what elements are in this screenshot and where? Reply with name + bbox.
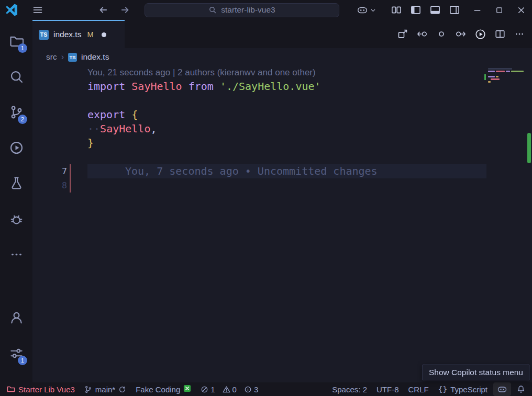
copilot-tooltip: Show Copilot status menu [423, 365, 529, 380]
bug-icon [9, 212, 24, 226]
problems-status[interactable]: 1 0 3 [196, 382, 263, 396]
copilot-icon [497, 385, 507, 393]
sidebar-item-debug[interactable] [4, 206, 29, 231]
back-arrow-icon[interactable] [97, 4, 109, 16]
sync-icon [118, 386, 126, 393]
git-modified-indicator: M [87, 30, 93, 39]
eol-status[interactable]: CRLF [403, 382, 433, 396]
warning-icon [223, 386, 230, 393]
code-line[interactable]: 8 [32, 178, 532, 193]
tab-index-ts[interactable]: TS index.ts M [32, 20, 125, 48]
run-and-debug-icon [9, 141, 24, 155]
close-icon[interactable] [510, 0, 532, 20]
search-icon [9, 70, 24, 84]
bell-icon [517, 385, 525, 393]
tab-bar: TS index.ts M [32, 20, 532, 48]
encoding-status[interactable]: UTF-8 [372, 382, 404, 396]
info-icon [244, 386, 252, 393]
toggle-panel-icon[interactable] [430, 5, 440, 15]
scrollbar-change-marker[interactable] [527, 133, 531, 163]
additional-views-icon[interactable] [4, 242, 29, 267]
error-count: 1 [210, 385, 215, 394]
titlebar: starter-lib-vue3 [0, 0, 532, 20]
warning-count: 0 [232, 385, 237, 394]
editor[interactable]: You, 21 seconds ago | 2 authors (kieranw… [32, 66, 532, 382]
sidebar-item-testing[interactable] [4, 171, 29, 196]
code-line[interactable]: export { [32, 108, 532, 122]
tab-label: index.ts [53, 30, 81, 39]
minimap[interactable] [488, 68, 526, 84]
minimize-icon[interactable] [466, 0, 488, 20]
code-line[interactable]: } [32, 136, 532, 150]
unsaved-dot-icon[interactable] [102, 32, 106, 37]
accounts-icon[interactable] [4, 305, 29, 330]
toggle-secondary-sidebar-icon[interactable] [449, 5, 460, 15]
menu-icon[interactable] [32, 5, 43, 15]
error-icon [201, 386, 208, 393]
split-editor-icon[interactable] [495, 29, 505, 39]
search-icon [208, 6, 217, 14]
copilot-status-button[interactable] [493, 382, 511, 396]
manage-badge: 1 [18, 356, 27, 365]
code-line[interactable]: 7You, 7 seconds ago • Uncommitted change… [32, 164, 532, 178]
scm-badge: 2 [18, 115, 27, 124]
braces-icon: {} [438, 385, 447, 393]
explorer-badge: 1 [18, 43, 27, 53]
task-name: Fake Coding [136, 385, 180, 394]
open-changes-icon[interactable] [397, 29, 408, 39]
code-line[interactable]: ··SayHello, [32, 122, 532, 136]
notifications-bell[interactable] [512, 382, 530, 396]
folder-icon [7, 385, 15, 393]
copilot-icon [357, 5, 368, 15]
breadcrumb: src › TS index.ts [32, 48, 532, 66]
code-line[interactable] [32, 94, 532, 108]
language-mode-status[interactable]: {} TypeScript [434, 382, 492, 396]
beaker-icon [9, 176, 24, 190]
branch-name: main* [95, 385, 115, 394]
minimap-added-marker [484, 74, 486, 80]
run-file-icon[interactable] [475, 29, 486, 40]
sidebar-item-explorer[interactable]: 1 [4, 28, 29, 53]
change-indicator-icon[interactable] [436, 29, 447, 39]
chevron-down-icon [370, 7, 376, 14]
previous-change-icon[interactable] [417, 29, 427, 39]
command-center-search[interactable]: starter-lib-vue3 [145, 3, 339, 17]
sidebar-item-search[interactable] [4, 64, 29, 89]
breadcrumb-file[interactable]: index.ts [81, 52, 109, 62]
workspace-name: Starter Lib Vue3 [18, 385, 75, 394]
vscode-logo-icon [5, 4, 18, 16]
indentation-status[interactable]: Spaces: 2 [327, 382, 372, 396]
fake-coding-icon [183, 384, 191, 394]
code-line[interactable]: import SayHello from './SayHello.vue' [32, 80, 532, 94]
manage-settings-icon[interactable]: 1 [4, 341, 29, 366]
activity-bar: 1 2 [0, 20, 32, 382]
toggle-primary-sidebar-icon[interactable] [411, 5, 421, 15]
copilot-menu-button[interactable] [357, 5, 376, 15]
inline-blame-text: You, 7 seconds ago • Uncommitted changes [125, 165, 378, 177]
search-value: starter-lib-vue3 [221, 5, 275, 15]
maximize-icon[interactable] [488, 0, 510, 20]
typescript-file-icon: TS [39, 30, 49, 40]
more-actions-icon[interactable] [514, 29, 525, 39]
git-branch-status[interactable]: main* [80, 382, 131, 396]
info-count: 3 [254, 385, 258, 394]
fake-coding-status[interactable]: Fake Coding [131, 382, 196, 396]
sidebar-item-run-and-debug[interactable] [4, 135, 29, 160]
editor-layout-icon[interactable] [391, 5, 402, 15]
sidebar-item-source-control[interactable]: 2 [4, 99, 29, 125]
codelens-blame[interactable]: You, 21 seconds ago | 2 authors (kieranw… [87, 66, 532, 80]
code-line[interactable] [32, 150, 532, 164]
code-lines: import SayHello from './SayHello.vue'exp… [32, 80, 532, 193]
branch-icon [84, 386, 92, 393]
breadcrumb-folder[interactable]: src [46, 52, 57, 62]
next-change-icon[interactable] [456, 29, 466, 39]
typescript-file-icon: TS [68, 53, 77, 62]
forward-arrow-icon[interactable] [119, 4, 131, 16]
workspace-status[interactable]: Starter Lib Vue3 [2, 382, 80, 396]
status-bar: Starter Lib Vue3 main* Fake Coding 1 0 3 [0, 382, 532, 396]
chevron-right-icon: › [61, 52, 64, 62]
